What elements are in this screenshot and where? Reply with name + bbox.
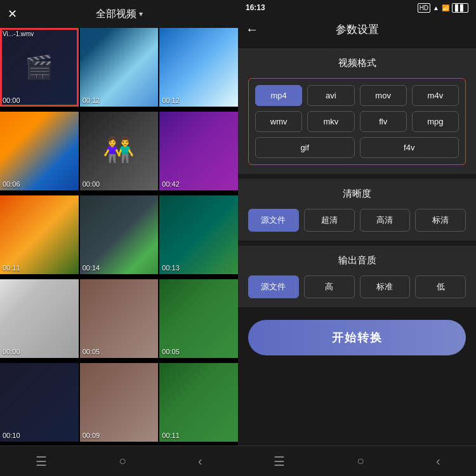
video-thumb-13[interactable]: 00:10 [0, 363, 79, 442]
video-duration-4: 00:06 [3, 180, 20, 188]
video-placeholder-icon: 🎬 [25, 54, 53, 81]
video-thumb-12[interactable]: 00:05 [159, 279, 238, 358]
video-name-1: Vi...-1.wmv [3, 30, 34, 37]
right-back-icon[interactable]: ‹ [436, 454, 440, 468]
format-btn-mpg[interactable]: mpg [412, 111, 459, 132]
right-home-icon[interactable]: ○ [357, 454, 364, 468]
quality-btn-超清[interactable]: 超清 [304, 209, 355, 232]
quality-btn-高清[interactable]: 高清 [360, 209, 411, 232]
wifi-icon: 📶 [442, 4, 449, 11]
audio-btn-低[interactable]: 低 [415, 275, 466, 298]
audio-section: 输出音质 源文件高标准低 [238, 246, 476, 307]
video-thumb-7[interactable]: 00:11 [0, 195, 79, 274]
title-dropdown[interactable]: 全部视频 ▾ [96, 8, 143, 21]
status-time: 16:13 [246, 3, 265, 12]
format-row-2: giff4v [255, 137, 459, 158]
left-bottom-nav: ☰ ○ ‹ [0, 446, 238, 476]
video-duration-14: 00:09 [83, 432, 100, 439]
audio-btn-标准[interactable]: 标准 [360, 275, 411, 298]
format-btn-avi[interactable]: avi [307, 85, 354, 106]
video-duration-5: 00:00 [83, 180, 100, 188]
status-icons: HD ▲ 📶 ▋▋ [418, 3, 468, 13]
hd-icon: HD [418, 3, 430, 13]
right-bottom-nav: ☰ ○ ‹ [238, 446, 476, 476]
video-duration-6: 00:42 [162, 180, 180, 188]
left-panel: ✕ 全部视频 ▾ 🎬Vi...-1.wmv00:0000:1200:1200:0… [0, 0, 238, 476]
children-silhouette: 👫 [80, 112, 159, 190]
home-icon[interactable]: ○ [119, 454, 126, 468]
format-row-1: wmvmkvflvmpg [255, 111, 459, 132]
quality-btn-源文件[interactable]: 源文件 [248, 209, 299, 232]
format-btn-wmv[interactable]: wmv [255, 111, 302, 132]
convert-button-wrapper: 开始转换 [238, 312, 476, 366]
video-duration-9: 00:13 [162, 264, 180, 272]
format-section: 视频格式 mp4avimovm4vwmvmkvflvmpggiff4v [238, 48, 476, 174]
format-btn-mkv[interactable]: mkv [307, 111, 354, 132]
video-thumb-11[interactable]: 00:05 [80, 279, 159, 358]
format-btn-gif[interactable]: gif [255, 137, 355, 158]
right-content: 视频格式 mp4avimovm4vwmvmkvflvmpggiff4v 清晰度 … [238, 43, 476, 446]
video-duration-3: 00:12 [162, 96, 180, 104]
video-thumb-1[interactable]: 🎬Vi...-1.wmv00:00 [0, 28, 79, 107]
video-duration-11: 00:05 [83, 348, 100, 355]
video-duration-10: 00:00 [3, 348, 20, 355]
audio-btn-高[interactable]: 高 [304, 275, 355, 298]
battery-icon: ▋▋ [452, 3, 468, 13]
convert-button[interactable]: 开始转换 [248, 320, 466, 355]
video-duration-12: 00:05 [162, 348, 180, 355]
video-thumb-4[interactable]: 00:06 [0, 112, 79, 190]
video-thumb-3[interactable]: 00:12 [159, 28, 238, 107]
format-btn-m4v[interactable]: m4v [412, 85, 459, 106]
format-section-title: 视频格式 [248, 57, 466, 69]
back-button[interactable]: ← [246, 22, 258, 37]
quality-section-title: 清晰度 [248, 188, 466, 200]
video-thumb-2[interactable]: 00:12 [80, 28, 159, 107]
video-thumb-6[interactable]: 00:42 [159, 112, 238, 190]
format-btn-f4v[interactable]: f4v [360, 137, 459, 158]
quality-section: 清晰度 源文件超清高清标清 [238, 179, 476, 241]
close-button[interactable]: ✕ [8, 7, 17, 21]
quality-btn-标清[interactable]: 标清 [415, 209, 466, 232]
video-thumb-9[interactable]: 00:13 [159, 195, 238, 274]
gallery-title: 全部视频 [96, 8, 136, 21]
format-btn-flv[interactable]: flv [360, 111, 407, 132]
settings-title: 参数设置 [336, 22, 379, 37]
format-row-0: mp4avimovm4v [255, 85, 459, 106]
right-menu-icon[interactable]: ☰ [274, 454, 285, 469]
video-duration-2: 00:12 [83, 96, 100, 104]
video-grid: 🎬Vi...-1.wmv00:0000:1200:1200:06👫00:0000… [0, 28, 238, 446]
video-thumb-8[interactable]: 00:14 [80, 195, 159, 274]
video-duration-1: 00:00 [3, 96, 20, 104]
video-thumb-14[interactable]: 00:09 [80, 363, 159, 442]
audio-btn-源文件[interactable]: 源文件 [248, 275, 299, 298]
signal-icon: ▲ [433, 4, 439, 11]
video-duration-13: 00:10 [3, 432, 20, 439]
menu-icon[interactable]: ☰ [36, 454, 47, 469]
video-duration-15: 00:11 [162, 432, 180, 439]
video-duration-7: 00:11 [3, 264, 20, 272]
video-thumb-5[interactable]: 👫00:00 [80, 112, 159, 190]
audio-row: 源文件高标准低 [248, 275, 466, 298]
video-thumb-15[interactable]: 00:11 [159, 363, 238, 442]
left-header: ✕ 全部视频 ▾ [0, 0, 238, 28]
format-grid: mp4avimovm4vwmvmkvflvmpggiff4v [248, 78, 466, 165]
chevron-down-icon: ▾ [139, 10, 143, 18]
video-thumb-10[interactable]: 00:00 [0, 279, 79, 358]
right-header: ← 参数设置 [238, 15, 476, 43]
format-btn-mov[interactable]: mov [360, 85, 407, 106]
quality-row: 源文件超清高清标清 [248, 209, 466, 232]
status-bar: 16:13 HD ▲ 📶 ▋▋ [238, 0, 476, 15]
back-nav-icon[interactable]: ‹ [198, 454, 202, 468]
video-duration-8: 00:14 [83, 264, 100, 272]
right-panel: 16:13 HD ▲ 📶 ▋▋ ← 参数设置 视频格式 mp4avimovm4v… [238, 0, 476, 476]
audio-section-title: 输出音质 [248, 255, 466, 267]
format-btn-mp4[interactable]: mp4 [255, 85, 302, 106]
